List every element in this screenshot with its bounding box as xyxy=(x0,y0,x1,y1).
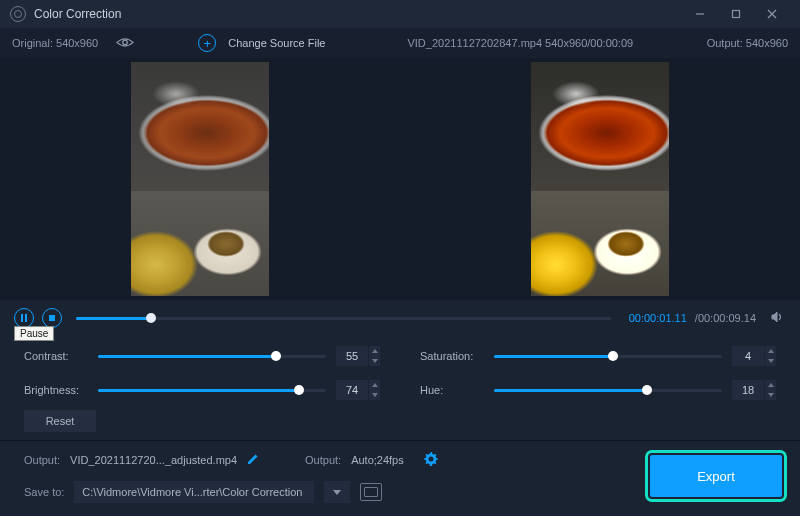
adjustment-sliders: Contrast: 55 Saturation: 4 Brightness: 7… xyxy=(0,336,800,406)
add-source-icon[interactable]: + xyxy=(198,34,216,52)
contrast-slider[interactable] xyxy=(98,355,326,358)
save-to-label: Save to: xyxy=(24,486,64,498)
original-video-thumb xyxy=(131,62,269,296)
window-controls xyxy=(682,0,790,28)
saturation-row: Saturation: 4 xyxy=(420,346,776,366)
window-title: Color Correction xyxy=(34,7,682,21)
output-file-label: Output: xyxy=(24,454,60,466)
contrast-up[interactable] xyxy=(369,346,380,356)
hue-row: Hue: 18 xyxy=(420,380,776,400)
brightness-label: Brightness: xyxy=(24,384,88,396)
brightness-spinbox[interactable]: 74 xyxy=(336,380,380,400)
brightness-up[interactable] xyxy=(369,380,380,390)
open-folder-button[interactable] xyxy=(360,483,382,501)
saturation-down[interactable] xyxy=(765,356,776,366)
hue-down[interactable] xyxy=(765,390,776,400)
svg-rect-7 xyxy=(49,315,55,321)
original-dimensions-label: Original: 540x960 xyxy=(12,37,98,49)
playback-controls: 00:00:01.11/00:00:09.14 Pause xyxy=(0,300,800,336)
hue-up[interactable] xyxy=(765,380,776,390)
stop-button[interactable] xyxy=(42,308,62,328)
eye-icon[interactable] xyxy=(116,37,134,49)
svg-rect-1 xyxy=(733,11,740,18)
source-file-info: VID_20211127202847.mp4 540x960/00:00:09 xyxy=(407,37,633,49)
brightness-row: Brightness: 74 xyxy=(24,380,380,400)
app-icon xyxy=(10,6,26,22)
color-correction-window: Color Correction Original: 540x960 + Cha… xyxy=(0,0,800,516)
output-settings-value: Auto;24fps xyxy=(351,454,404,466)
gear-icon[interactable] xyxy=(424,452,438,468)
timeline-fill xyxy=(76,317,151,320)
close-button[interactable] xyxy=(754,0,790,28)
hue-spinbox[interactable]: 18 xyxy=(732,380,776,400)
hue-label: Hue: xyxy=(420,384,484,396)
original-preview xyxy=(0,62,400,296)
minimize-button[interactable] xyxy=(682,0,718,28)
brightness-slider[interactable] xyxy=(98,389,326,392)
svg-rect-6 xyxy=(25,314,27,322)
reset-row: Reset xyxy=(0,406,800,440)
pause-tooltip: Pause xyxy=(14,326,54,341)
maximize-button[interactable] xyxy=(718,0,754,28)
saturation-label: Saturation: xyxy=(420,350,484,362)
svg-point-4 xyxy=(123,40,127,44)
header-bar: Original: 540x960 + Change Source File V… xyxy=(0,28,800,58)
brightness-down[interactable] xyxy=(369,390,380,400)
output-section: Output: VID_2021112720..._adjusted.mp4 O… xyxy=(0,441,800,503)
titlebar: Color Correction xyxy=(0,0,800,28)
hue-slider[interactable] xyxy=(494,389,722,392)
timeline-knob[interactable] xyxy=(146,313,156,323)
change-source-link[interactable]: Change Source File xyxy=(228,37,325,49)
contrast-down[interactable] xyxy=(369,356,380,366)
time-current: 00:00:01.11 xyxy=(629,312,687,324)
adjusted-video-thumb xyxy=(531,62,669,296)
adjusted-preview xyxy=(400,62,800,296)
contrast-row: Contrast: 55 xyxy=(24,346,380,366)
time-total: /00:00:09.14 xyxy=(695,312,756,324)
export-button[interactable]: Export xyxy=(650,455,782,497)
contrast-label: Contrast: xyxy=(24,350,88,362)
save-path-dropdown[interactable] xyxy=(324,481,350,503)
saturation-up[interactable] xyxy=(765,346,776,356)
volume-icon[interactable] xyxy=(770,310,784,326)
saturation-slider[interactable] xyxy=(494,355,722,358)
pause-button[interactable] xyxy=(14,308,34,328)
preview-area xyxy=(0,58,800,300)
svg-rect-5 xyxy=(21,314,23,322)
output-dimensions-label: Output: 540x960 xyxy=(707,37,788,49)
rename-icon[interactable] xyxy=(247,453,259,467)
reset-button[interactable]: Reset xyxy=(24,410,96,432)
saturation-spinbox[interactable]: 4 xyxy=(732,346,776,366)
contrast-spinbox[interactable]: 55 xyxy=(336,346,380,366)
save-path-field[interactable]: C:\Vidmore\Vidmore Vi...rter\Color Corre… xyxy=(74,481,314,503)
output-settings-label: Output: xyxy=(305,454,341,466)
output-file-name: VID_2021112720..._adjusted.mp4 xyxy=(70,454,237,466)
timeline-track[interactable] xyxy=(76,317,611,320)
